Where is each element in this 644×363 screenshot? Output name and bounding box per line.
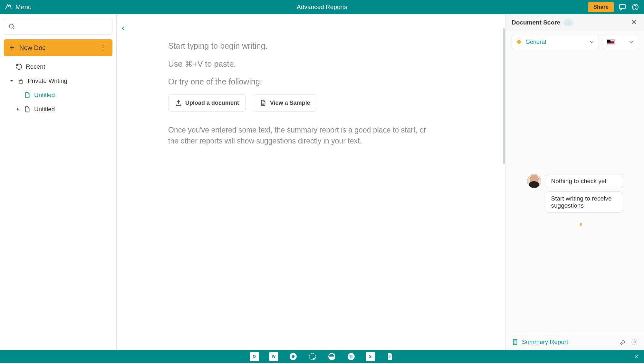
search-input[interactable]: [4, 18, 112, 35]
caret-down-icon: [9, 78, 14, 83]
editor-scrollbar[interactable]: [503, 28, 505, 164]
wrench-icon[interactable]: [620, 338, 627, 346]
sample-label: View a Sample: [270, 99, 310, 107]
dock-app-firefox[interactable]: [308, 352, 317, 361]
upload-label: Upload a document: [185, 99, 239, 107]
app-logo-icon: [5, 3, 12, 11]
sidebar-item-untitled[interactable]: Untitled: [6, 103, 112, 115]
assistant-bubble: Start writing to receive suggestions: [546, 191, 623, 213]
summary-report-label: Summary Report: [522, 338, 568, 346]
editor-placeholder-line: Or try one of the following:: [168, 76, 447, 88]
sidebar-item-label: Recent: [26, 63, 45, 70]
right-panel-header: Document Score --: [506, 14, 644, 31]
svg-rect-4: [19, 81, 23, 83]
editor-placeholder-line: Use ⌘+V to paste.: [168, 58, 447, 70]
upload-document-button[interactable]: Upload a document: [168, 94, 246, 112]
svg-point-2: [635, 8, 636, 9]
sidebar-item-private-writing[interactable]: Private Writing: [6, 75, 112, 87]
right-panel-tools: [620, 338, 638, 346]
recent-icon: [15, 63, 23, 70]
editor-column: Start typing to begin writing. Use ⌘+V t…: [117, 14, 505, 350]
dock-app-edge[interactable]: [327, 352, 337, 361]
dock-app-outlook[interactable]: O: [250, 352, 259, 361]
help-icon[interactable]: [631, 3, 639, 11]
dock-app-s[interactable]: S: [366, 352, 375, 361]
dock-app-word[interactable]: W: [269, 352, 279, 361]
search-icon: [8, 23, 15, 30]
assistant-bubbles: Nothing to check yet Start writing to re…: [546, 174, 623, 213]
upload-icon: [175, 99, 182, 106]
summary-report-button[interactable]: Summary Report: [512, 338, 568, 346]
right-panel: Document Score -- General: [505, 14, 644, 350]
svg-point-6: [634, 341, 636, 343]
right-panel-toolbar: General: [506, 31, 644, 53]
share-button[interactable]: Share: [588, 2, 614, 12]
suggestion-empty-state: Nothing to check yet Start writing to re…: [527, 174, 623, 213]
dock-app-doc[interactable]: [385, 352, 395, 361]
assistant-bubble: Nothing to check yet: [546, 174, 623, 188]
flag-icon: [607, 39, 615, 44]
dock-close-button[interactable]: [633, 353, 639, 360]
editor-action-row: Upload a document View a Sample: [168, 94, 447, 112]
page-title: Advanced Reports: [297, 4, 347, 11]
new-doc-label: New Doc: [19, 44, 45, 52]
svg-point-3: [9, 24, 14, 28]
document-icon: [24, 106, 31, 113]
plus-icon: [8, 44, 15, 51]
editor-hint: Once you've entered some text, the summa…: [168, 124, 432, 147]
style-select-label: General: [525, 39, 546, 45]
sidebar-item-recent[interactable]: Recent: [6, 61, 112, 73]
right-panel-title: Document Score: [512, 19, 560, 26]
document-score-badge: --: [563, 19, 573, 26]
language-select[interactable]: [603, 35, 638, 49]
lock-icon: [17, 77, 24, 84]
dock-app-chrome[interactable]: [288, 352, 298, 361]
new-doc-button[interactable]: New Doc ⋮: [4, 39, 112, 56]
search-field[interactable]: [18, 23, 108, 30]
right-panel-footer: Summary Report: [506, 334, 644, 350]
sidebar-nav: Recent Private Writing Untitled Untitled: [4, 61, 112, 115]
decorative-dot: [580, 223, 582, 226]
dock-app-spotify[interactable]: [346, 352, 356, 361]
sidebar-item-label: Untitled: [34, 106, 55, 113]
bottom-dock: O W S: [0, 350, 644, 363]
document-icon: [24, 92, 31, 99]
caret-right-icon: [15, 107, 21, 112]
view-sample-button[interactable]: View a Sample: [253, 94, 317, 112]
sample-icon: [260, 99, 267, 106]
top-bar: Menu Advanced Reports Share: [0, 0, 644, 14]
topbar-right: Share: [588, 2, 644, 12]
report-icon: [512, 338, 519, 346]
main-area: New Doc ⋮ Recent Private Writing Untitle…: [0, 14, 644, 350]
chat-icon[interactable]: [618, 3, 627, 11]
assistant-avatar: [527, 174, 541, 188]
chevron-down-icon: [589, 39, 595, 45]
menu-button[interactable]: Menu: [0, 3, 32, 11]
editor-placeholder-line: Start typing to begin writing.: [168, 40, 447, 52]
sidebar: New Doc ⋮ Recent Private Writing Untitle…: [0, 14, 117, 350]
gear-icon[interactable]: [631, 338, 638, 346]
menu-label: Menu: [15, 4, 32, 11]
new-doc-menu-icon[interactable]: ⋮: [98, 42, 108, 53]
editor-area[interactable]: Start typing to begin writing. Use ⌘+V t…: [117, 14, 505, 350]
style-icon: [516, 39, 522, 45]
sidebar-item-label: Untitled: [34, 92, 55, 99]
sidebar-item-untitled-active[interactable]: Untitled: [6, 89, 112, 101]
chevron-down-icon: [628, 39, 634, 45]
sidebar-item-label: Private Writing: [28, 77, 67, 84]
close-panel-button[interactable]: [630, 19, 638, 26]
writing-style-select[interactable]: General: [512, 35, 599, 49]
svg-rect-0: [620, 5, 625, 9]
svg-point-8: [292, 355, 294, 358]
right-panel-body: Nothing to check yet Start writing to re…: [506, 53, 644, 334]
